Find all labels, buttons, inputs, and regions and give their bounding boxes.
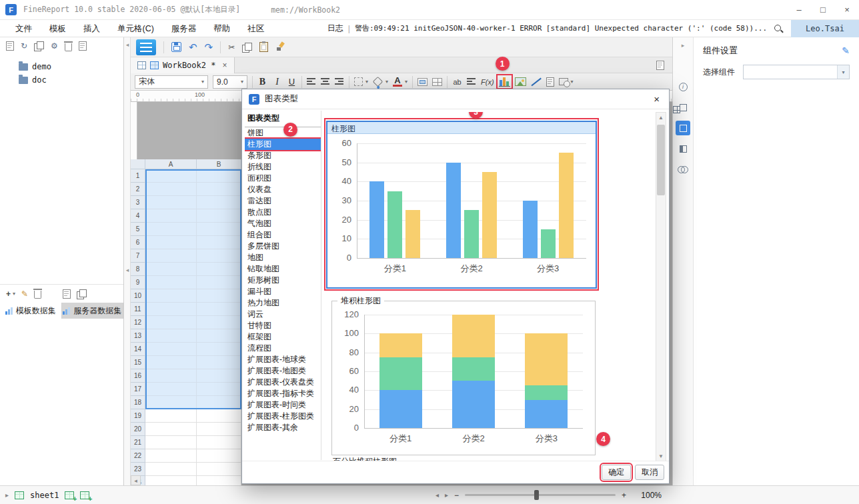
stacked-column-chart-preview[interactable]: 020406080100120分类1分类2分类3 [339, 309, 588, 445]
tab-close-icon[interactable]: × [222, 61, 227, 70]
chart-type-item[interactable]: 散点图 [245, 207, 321, 218]
redo-button[interactable]: ↷ [205, 43, 213, 52]
row-header[interactable]: 2 [131, 183, 145, 196]
user-account-button[interactable]: Leo.Tsai [791, 20, 859, 37]
collapse-right-icon[interactable]: ▸ [673, 37, 693, 53]
minimize-button[interactable]: – [787, 0, 811, 20]
add-chart-sheet-button[interactable] [80, 491, 89, 499]
scroll-down-button[interactable]: ▼ [656, 451, 666, 461]
grid-cell[interactable] [197, 236, 241, 249]
merge-cells-button[interactable] [417, 78, 427, 86]
zoom-out-button[interactable]: − [454, 491, 459, 500]
grid-cell[interactable] [145, 303, 197, 316]
chart-type-item[interactable]: 仪表盘 [245, 184, 321, 195]
column-header[interactable]: B [197, 159, 241, 169]
underline-button[interactable]: U [287, 77, 297, 87]
rich-text-button[interactable] [467, 77, 476, 86]
menu-item[interactable]: 帮助 [205, 20, 239, 37]
chart-type-item[interactable]: 扩展图表-柱形图类 [245, 411, 321, 422]
row-header[interactable]: 13 [131, 329, 145, 343]
add-report-sheet-button[interactable] [65, 491, 74, 499]
row-header[interactable]: 9 [131, 276, 145, 289]
grid-cell[interactable] [197, 436, 241, 449]
row-header[interactable]: 12 [131, 316, 145, 329]
grid-cell[interactable] [197, 249, 241, 263]
menu-item[interactable]: 社区 [239, 20, 273, 37]
column-chart-preview[interactable]: 0102030405060分类1分类2分类3 [331, 138, 592, 275]
tab-template-dataset[interactable]: 模板数据集 [0, 303, 62, 319]
grid-cell[interactable] [145, 209, 197, 223]
grid-corner[interactable] [131, 159, 145, 169]
grid-cell[interactable] [197, 196, 241, 209]
chart-type-item[interactable]: 扩展图表-地球类 [245, 354, 321, 365]
insert-image-button[interactable] [515, 77, 526, 86]
grid-cell[interactable] [145, 249, 197, 263]
grid-cell[interactable] [197, 276, 241, 289]
italic-button[interactable]: I [272, 77, 282, 87]
grid-cell[interactable] [197, 329, 241, 343]
menu-item[interactable]: 插入 [75, 20, 109, 37]
caret-down-icon[interactable]: ▾ [385, 79, 388, 85]
chart-type-item[interactable]: 折线图 [245, 161, 321, 173]
grid-cell[interactable] [145, 409, 197, 423]
row-header[interactable]: 16 [131, 369, 145, 383]
row-header[interactable]: 4 [131, 209, 145, 223]
sheet-list-arrow-icon[interactable]: ▸ [5, 491, 9, 499]
hyperlink-tab-icon[interactable] [676, 162, 690, 177]
grid-cell[interactable] [197, 209, 241, 223]
align-left-button[interactable] [307, 77, 316, 86]
grid-cell[interactable] [145, 196, 197, 209]
grid-cell[interactable] [197, 423, 241, 436]
grid-cell[interactable] [145, 476, 197, 485]
chart-type-item[interactable]: 柱形图2 [245, 139, 321, 150]
close-button[interactable]: × [835, 0, 859, 20]
scrollbar-thumb[interactable] [657, 125, 665, 195]
grid-cell[interactable] [197, 463, 241, 476]
search-icon[interactable] [774, 24, 783, 33]
chart-type-item[interactable]: 面积图 [245, 173, 321, 184]
chart-type-item[interactable]: 饼图 [245, 127, 321, 139]
chart-type-item[interactable]: 热力地图 [245, 297, 321, 309]
menu-item[interactable]: 文件 [7, 20, 41, 37]
horizontal-scrollbar-left-button[interactable]: ◂ [131, 475, 141, 485]
cancel-button[interactable]: 取消 [635, 465, 664, 480]
row-header[interactable]: 22 [131, 449, 145, 463]
edit-widget-icon[interactable]: ✎ [842, 45, 850, 56]
grid-cell[interactable] [145, 223, 197, 236]
grid-cell[interactable] [197, 183, 241, 196]
zoom-in-button[interactable]: + [622, 491, 626, 500]
menu-item[interactable]: 单元格(C) [109, 20, 163, 37]
caret-down-icon[interactable]: ▾ [405, 79, 407, 85]
row-header[interactable]: 10 [131, 289, 145, 303]
chart-type-item[interactable]: 钻取地图 [245, 263, 321, 275]
chart-type-item[interactable]: 雷达图 [245, 195, 321, 207]
grid-cell[interactable] [197, 289, 241, 303]
chart-type-item[interactable]: 矩形树图 [245, 275, 321, 286]
grid-cell[interactable] [197, 169, 241, 183]
cell-element-tab-icon[interactable] [676, 59, 690, 73]
bold-button[interactable]: B [257, 77, 267, 87]
font-family-select[interactable]: 宋体 ▾ [135, 75, 208, 89]
chart-type-item[interactable]: 条形图 [245, 150, 321, 161]
chart-type-item[interactable]: 扩展图表-仪表盘类 [245, 377, 321, 388]
undo-button[interactable]: ↶ [189, 43, 197, 52]
condition-attributes-tab-icon[interactable] [676, 141, 690, 156]
cut-button[interactable]: ✂ [228, 43, 235, 52]
grid-cell[interactable] [197, 343, 241, 356]
tree-item[interactable]: doc [0, 73, 123, 87]
insert-text-button[interactable]: ab [452, 78, 462, 86]
data-connection-button[interactable] [63, 289, 71, 299]
grid-cell[interactable] [145, 356, 197, 369]
row-header[interactable]: 21 [131, 436, 145, 449]
grid-cell[interactable] [145, 276, 197, 289]
chart-type-item[interactable]: 组合图 [245, 229, 321, 241]
dialog-title-bar[interactable]: F 图表类型 × [242, 89, 669, 109]
chart-type-item[interactable]: 扩展图表-其余 [245, 422, 321, 433]
borders-button[interactable] [354, 77, 363, 86]
grid-cell[interactable] [145, 423, 197, 436]
caret-down-icon[interactable]: ▾ [571, 79, 574, 85]
row-header[interactable]: 14 [131, 343, 145, 356]
grid-cell[interactable] [197, 476, 241, 485]
grid-cell[interactable] [197, 263, 241, 276]
dialog-scrollbar[interactable]: ▲ ▼ [656, 112, 666, 461]
